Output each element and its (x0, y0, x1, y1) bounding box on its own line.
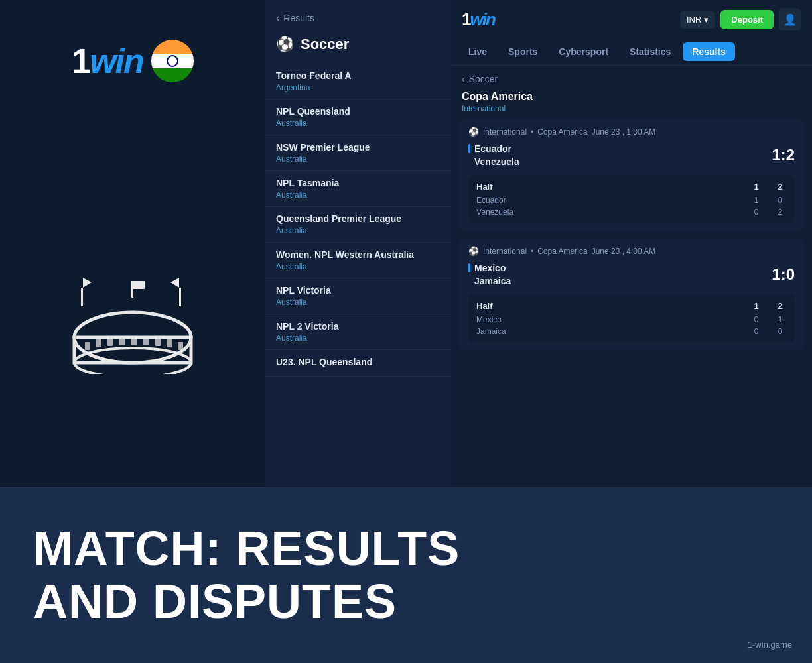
svg-rect-11 (107, 338, 113, 346)
league-name: NPL Queensland (276, 106, 440, 117)
league-name: U23. NPL Queensland (276, 357, 440, 367)
stats-col-1: 1 (750, 182, 763, 192)
nav-tabs: LiveSportsCybersportStatisticsResults (451, 38, 812, 66)
svg-rect-0 (81, 288, 83, 306)
stats-team1-scores: 1 0 (750, 196, 787, 205)
league-name: NPL Tasmania (276, 178, 440, 188)
tab-results[interactable]: Results (683, 42, 735, 61)
back-arrow-icon: ‹ (462, 74, 465, 84)
svg-rect-3 (133, 281, 145, 289)
brand-logo-1: 1 (462, 9, 470, 29)
stats-team1-s2: 0 (774, 196, 787, 205)
svg-rect-14 (143, 337, 149, 345)
match-teams: Ecuador Venezuela (468, 143, 519, 167)
chevron-down-icon: ▾ (704, 15, 709, 25)
league-item[interactable]: NSW Premier League Australia (265, 135, 451, 171)
top-right-controls: INR ▾ Deposit 👤 (680, 8, 801, 30)
site-url: 1-win.game (748, 640, 792, 650)
svg-rect-17 (178, 342, 183, 350)
stats-team1-name: Mexico (476, 315, 502, 324)
stats-team2-scores: 0 0 (750, 327, 787, 336)
left-section: 1win (0, 0, 265, 487)
stats-team2-scores: 0 2 (750, 208, 787, 217)
soccer-title: Soccer (301, 36, 349, 53)
stats-team2-name: Venezuela (476, 208, 513, 217)
svg-rect-4 (179, 288, 181, 306)
svg-rect-13 (131, 337, 137, 345)
svg-marker-1 (83, 278, 92, 288)
stats-team2-row: Venezuela 0 2 (476, 208, 787, 217)
team-indicator (468, 144, 470, 153)
tab-sports[interactable]: Sports (499, 42, 547, 61)
tab-statistics[interactable]: Statistics (620, 42, 680, 61)
match-competition: Copa America (537, 127, 587, 137)
league-item[interactable]: Torneo Federal A Argentina (265, 64, 451, 99)
league-country: Australia (276, 298, 440, 307)
league-item[interactable]: NPL Queensland Australia (265, 99, 451, 135)
stats-team1-name: Ecuador (476, 196, 506, 205)
match-stats: Half 1 2 Mexico 0 1 Jamaica 0 0 (468, 294, 795, 343)
match-meta: ⚽ International • Copa America June 23 ,… (468, 127, 795, 137)
stats-team1-s1: 1 (750, 196, 763, 205)
match-date: June 23 , 4:00 AM (592, 247, 656, 256)
stats-header-row: Half 1 2 (476, 301, 787, 311)
league-name: NPL Victoria (276, 285, 440, 296)
inr-button[interactable]: INR ▾ (680, 11, 715, 29)
svg-rect-9 (85, 342, 90, 350)
user-button[interactable]: 👤 (779, 8, 801, 30)
stats-label: Half (476, 182, 493, 192)
stats-team1-scores: 0 1 (750, 315, 787, 324)
league-item[interactable]: Queensland Premier League Australia (265, 207, 451, 243)
match-region: International (483, 247, 527, 256)
match-title-line1: MATCH: RESULTS (33, 522, 460, 575)
user-icon: 👤 (783, 13, 797, 26)
tab-cybersport[interactable]: Cybersport (549, 42, 618, 61)
match-title: MATCH: RESULTS AND DISPUTES (33, 522, 460, 627)
soccer-back-label: Soccer (469, 74, 498, 84)
stats-header-row: Half 1 2 (476, 182, 787, 192)
match-meta: ⚽ International • Copa America June 23 ,… (468, 246, 795, 256)
match-score: 1:0 (772, 265, 795, 284)
stats-team2-s2: 0 (774, 327, 787, 336)
soccer-back-button[interactable]: ‹ Soccer (451, 66, 812, 88)
league-name: NPL 2 Victoria (276, 321, 440, 332)
league-country: Argentina (276, 83, 440, 92)
results-back-button[interactable]: ‹ Results (265, 0, 451, 30)
right-brand-logo: 1win (462, 9, 495, 30)
stats-team2-row: Jamaica 0 0 (476, 327, 787, 336)
flag-white (151, 54, 194, 68)
bottom-section: MATCH: RESULTS AND DISPUTES 1-win.game (0, 487, 812, 663)
deposit-button[interactable]: Deposit (720, 10, 774, 29)
stats-team2-s2: 2 (774, 208, 787, 217)
league-country: Australia (276, 154, 440, 164)
stats-label: Half (476, 301, 493, 311)
match-teams-row: Ecuador Venezuela 1:2 (468, 143, 795, 167)
stats-team1-row: Ecuador 1 0 (476, 196, 787, 205)
league-name: Torneo Federal A (276, 70, 440, 81)
svg-rect-10 (96, 339, 102, 347)
team1-name: Mexico (468, 263, 511, 273)
logo-text: 1win (72, 41, 143, 81)
league-item[interactable]: NPL Victoria Australia (265, 278, 451, 314)
india-flag (151, 40, 194, 82)
soccer-header: ⚽ Soccer (265, 30, 451, 64)
league-item[interactable]: U23. NPL Queensland (265, 350, 451, 377)
league-country: Australia (276, 333, 440, 343)
league-item[interactable]: NPL Tasmania Australia (265, 171, 451, 207)
stats-columns: 1 2 (750, 301, 787, 311)
stats-columns: 1 2 (750, 182, 787, 192)
logo-1: 1 (72, 42, 90, 80)
svg-rect-16 (167, 339, 172, 347)
match-region: International (483, 127, 527, 137)
league-list: Torneo Federal A Argentina NPL Queenslan… (265, 64, 451, 377)
stats-col-1: 1 (750, 301, 763, 311)
back-arrow-icon: ‹ (276, 12, 279, 24)
brand-logo-win: win (470, 9, 494, 29)
tab-live[interactable]: Live (459, 42, 496, 61)
league-item[interactable]: NPL 2 Victoria Australia (265, 314, 451, 350)
league-country: Australia (276, 262, 440, 271)
stats-team1-s1: 0 (750, 315, 763, 324)
league-item[interactable]: Women. NPL Western Australia Australia (265, 243, 451, 278)
league-country: Australia (276, 119, 440, 128)
stats-team2-name: Jamaica (476, 327, 506, 336)
